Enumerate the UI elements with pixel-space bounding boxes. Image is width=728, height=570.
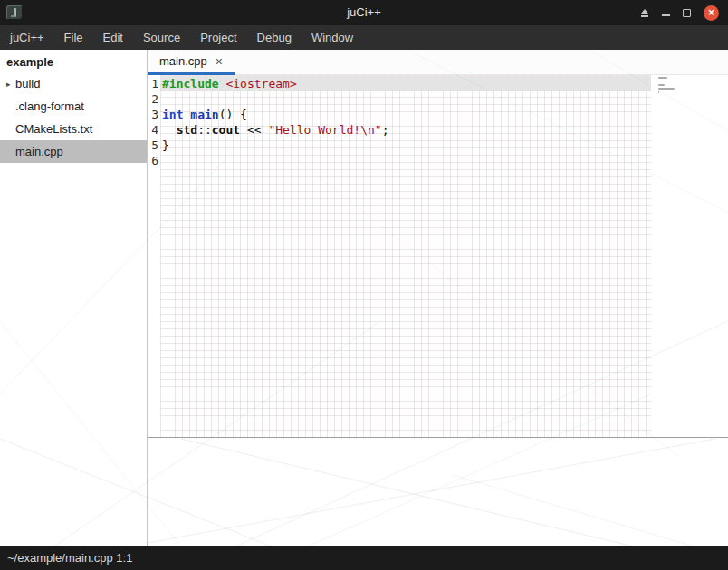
code-segment: :: [197, 123, 212, 137]
code-segment: cout [212, 123, 240, 137]
menu-item-edit[interactable]: Edit [93, 25, 133, 50]
tab-close-icon[interactable]: × [216, 55, 223, 68]
gutter: 123456 [148, 75, 160, 437]
code-lines[interactable]: #include <iostream>int main() { std::cou… [160, 75, 651, 437]
status-file-position: ~/example/main.cpp 1:1 [0, 546, 728, 570]
source-map-line [658, 88, 675, 90]
code-segment: () { [219, 108, 247, 121]
terminal-panel[interactable] [148, 438, 728, 546]
code-segment [162, 123, 177, 137]
menu-item-juci-[interactable]: juCi++ [0, 25, 54, 50]
window-controls: × [640, 0, 719, 25]
status-bar: ~/example/main.cpp 1:1 [0, 546, 728, 570]
menu-item-window[interactable]: Window [302, 25, 363, 50]
file-label: CMakeLists.txt [15, 122, 92, 136]
source-map-line [658, 77, 667, 79]
right-pane: main.cpp × 123456 #include <iostream>int… [148, 50, 728, 546]
code-line[interactable] [160, 153, 651, 168]
code-segment: <iostream> [225, 77, 296, 90]
file-label: build [15, 77, 40, 90]
code-segment: ; [382, 123, 389, 137]
file-tree-item-cmakelists-txt[interactable]: CMakeLists.txt [0, 118, 147, 140]
line-number: 4 [148, 122, 158, 138]
source-map-gap [658, 95, 728, 99]
code-line[interactable] [160, 91, 651, 107]
sidebar: example ▸build.clang-formatCMakeLists.tx… [0, 50, 148, 546]
code-segment: } [162, 138, 169, 152]
juci-window: juCi++ × juCi++FileEditSourceProjectDebu… [0, 0, 728, 570]
code-line[interactable]: int main() { [160, 107, 651, 122]
file-tree-item-main-cpp[interactable]: main.cpp [0, 140, 147, 163]
menubar: juCi++FileEditSourceProjectDebugWindow [0, 25, 728, 50]
line-number: 1 [148, 76, 158, 91]
maximize-button[interactable] [683, 9, 691, 17]
maximize-icon [683, 9, 691, 17]
eject-icon [640, 9, 649, 17]
code-segment: main [190, 108, 218, 121]
editor[interactable]: 123456 #include <iostream>int main() { s… [148, 75, 728, 437]
file-label: .clang-format [15, 100, 84, 113]
window-title: juCi++ [0, 0, 728, 25]
tab-main-cpp[interactable]: main.cpp × [148, 50, 235, 75]
code-segment: int [162, 108, 183, 121]
file-label: main.cpp [15, 145, 63, 158]
code-segment: "Hello World!\n" [268, 123, 381, 137]
menu-item-source[interactable]: Source [133, 25, 190, 50]
keep-above-button[interactable] [640, 9, 649, 17]
source-map-line [658, 91, 659, 93]
source-map-gap [658, 81, 728, 84]
close-button[interactable]: × [704, 5, 719, 21]
tab-label: main.cpp [159, 54, 207, 68]
code-segment: << [240, 123, 268, 137]
minimize-button[interactable] [662, 10, 670, 16]
menu-item-debug[interactable]: Debug [247, 25, 302, 50]
file-tree: ▸build.clang-formatCMakeLists.txtmain.cp… [0, 72, 147, 163]
title-bar: juCi++ × [0, 0, 728, 25]
menu-item-file[interactable]: File [54, 25, 93, 50]
code-line[interactable]: #include <iostream> [160, 76, 651, 91]
line-number: 6 [148, 153, 158, 168]
file-tree-item--clang-format[interactable]: .clang-format [0, 95, 147, 118]
code-segment: #include [162, 77, 219, 90]
tab-bar: main.cpp × [148, 50, 728, 75]
project-root-label[interactable]: example [0, 50, 147, 72]
line-number: 2 [148, 91, 158, 107]
menu-item-project[interactable]: Project [190, 25, 246, 50]
line-number: 3 [148, 107, 158, 122]
source-map-line [658, 84, 665, 86]
code-line[interactable]: } [160, 138, 651, 153]
code-segment: std [177, 123, 197, 137]
source-map[interactable] [651, 75, 728, 437]
minimize-icon [662, 14, 670, 16]
code-line[interactable]: std::cout << "Hello World!\n"; [160, 122, 651, 138]
file-tree-item-build[interactable]: ▸build [0, 72, 147, 95]
line-number: 5 [148, 138, 158, 153]
expander-icon[interactable]: ▸ [0, 80, 15, 89]
